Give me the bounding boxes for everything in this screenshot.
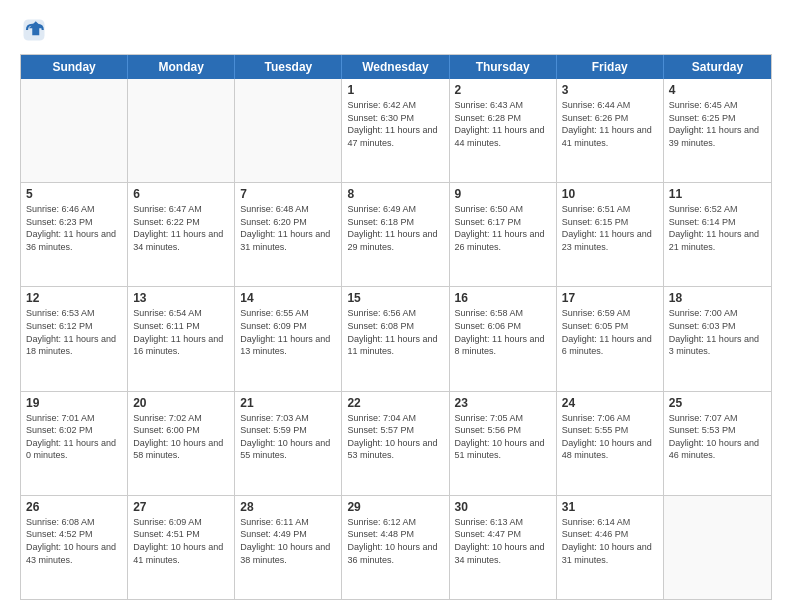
day-info: Sunrise: 6:44 AM Sunset: 6:26 PM Dayligh… (562, 99, 658, 149)
day-info: Sunrise: 6:52 AM Sunset: 6:14 PM Dayligh… (669, 203, 766, 253)
day-number: 30 (455, 500, 551, 514)
weekday-header-saturday: Saturday (664, 55, 771, 79)
calendar-body: 1Sunrise: 6:42 AM Sunset: 6:30 PM Daylig… (21, 79, 771, 599)
day-number: 7 (240, 187, 336, 201)
day-number: 19 (26, 396, 122, 410)
day-cell-8: 8Sunrise: 6:49 AM Sunset: 6:18 PM Daylig… (342, 183, 449, 286)
day-cell-7: 7Sunrise: 6:48 AM Sunset: 6:20 PM Daylig… (235, 183, 342, 286)
day-info: Sunrise: 6:08 AM Sunset: 4:52 PM Dayligh… (26, 516, 122, 566)
day-cell-30: 30Sunrise: 6:13 AM Sunset: 4:47 PM Dayli… (450, 496, 557, 599)
day-info: Sunrise: 6:43 AM Sunset: 6:28 PM Dayligh… (455, 99, 551, 149)
day-info: Sunrise: 6:51 AM Sunset: 6:15 PM Dayligh… (562, 203, 658, 253)
day-cell-29: 29Sunrise: 6:12 AM Sunset: 4:48 PM Dayli… (342, 496, 449, 599)
week-row-4: 19Sunrise: 7:01 AM Sunset: 6:02 PM Dayli… (21, 392, 771, 496)
day-cell-empty-4-6 (664, 496, 771, 599)
weekday-header-sunday: Sunday (21, 55, 128, 79)
day-cell-4: 4Sunrise: 6:45 AM Sunset: 6:25 PM Daylig… (664, 79, 771, 182)
calendar: SundayMondayTuesdayWednesdayThursdayFrid… (20, 54, 772, 600)
day-cell-24: 24Sunrise: 7:06 AM Sunset: 5:55 PM Dayli… (557, 392, 664, 495)
day-cell-2: 2Sunrise: 6:43 AM Sunset: 6:28 PM Daylig… (450, 79, 557, 182)
day-info: Sunrise: 7:05 AM Sunset: 5:56 PM Dayligh… (455, 412, 551, 462)
calendar-header: SundayMondayTuesdayWednesdayThursdayFrid… (21, 55, 771, 79)
day-number: 27 (133, 500, 229, 514)
day-number: 20 (133, 396, 229, 410)
day-info: Sunrise: 6:50 AM Sunset: 6:17 PM Dayligh… (455, 203, 551, 253)
week-row-1: 1Sunrise: 6:42 AM Sunset: 6:30 PM Daylig… (21, 79, 771, 183)
header (20, 16, 772, 44)
day-info: Sunrise: 7:06 AM Sunset: 5:55 PM Dayligh… (562, 412, 658, 462)
day-number: 5 (26, 187, 122, 201)
day-number: 23 (455, 396, 551, 410)
day-number: 16 (455, 291, 551, 305)
day-number: 24 (562, 396, 658, 410)
day-number: 9 (455, 187, 551, 201)
day-number: 3 (562, 83, 658, 97)
day-number: 4 (669, 83, 766, 97)
day-cell-20: 20Sunrise: 7:02 AM Sunset: 6:00 PM Dayli… (128, 392, 235, 495)
day-info: Sunrise: 6:12 AM Sunset: 4:48 PM Dayligh… (347, 516, 443, 566)
day-cell-21: 21Sunrise: 7:03 AM Sunset: 5:59 PM Dayli… (235, 392, 342, 495)
day-number: 11 (669, 187, 766, 201)
day-number: 31 (562, 500, 658, 514)
day-number: 8 (347, 187, 443, 201)
day-cell-19: 19Sunrise: 7:01 AM Sunset: 6:02 PM Dayli… (21, 392, 128, 495)
day-number: 28 (240, 500, 336, 514)
day-number: 1 (347, 83, 443, 97)
day-cell-16: 16Sunrise: 6:58 AM Sunset: 6:06 PM Dayli… (450, 287, 557, 390)
day-info: Sunrise: 7:03 AM Sunset: 5:59 PM Dayligh… (240, 412, 336, 462)
day-info: Sunrise: 7:02 AM Sunset: 6:00 PM Dayligh… (133, 412, 229, 462)
day-cell-9: 9Sunrise: 6:50 AM Sunset: 6:17 PM Daylig… (450, 183, 557, 286)
day-info: Sunrise: 6:46 AM Sunset: 6:23 PM Dayligh… (26, 203, 122, 253)
day-cell-5: 5Sunrise: 6:46 AM Sunset: 6:23 PM Daylig… (21, 183, 128, 286)
day-cell-3: 3Sunrise: 6:44 AM Sunset: 6:26 PM Daylig… (557, 79, 664, 182)
day-info: Sunrise: 6:55 AM Sunset: 6:09 PM Dayligh… (240, 307, 336, 357)
weekday-header-friday: Friday (557, 55, 664, 79)
logo-icon (20, 16, 48, 44)
day-number: 10 (562, 187, 658, 201)
day-info: Sunrise: 6:42 AM Sunset: 6:30 PM Dayligh… (347, 99, 443, 149)
weekday-header-wednesday: Wednesday (342, 55, 449, 79)
day-number: 6 (133, 187, 229, 201)
day-info: Sunrise: 6:59 AM Sunset: 6:05 PM Dayligh… (562, 307, 658, 357)
day-cell-22: 22Sunrise: 7:04 AM Sunset: 5:57 PM Dayli… (342, 392, 449, 495)
day-cell-6: 6Sunrise: 6:47 AM Sunset: 6:22 PM Daylig… (128, 183, 235, 286)
weekday-header-thursday: Thursday (450, 55, 557, 79)
day-info: Sunrise: 7:01 AM Sunset: 6:02 PM Dayligh… (26, 412, 122, 462)
day-info: Sunrise: 6:49 AM Sunset: 6:18 PM Dayligh… (347, 203, 443, 253)
day-info: Sunrise: 6:48 AM Sunset: 6:20 PM Dayligh… (240, 203, 336, 253)
day-cell-14: 14Sunrise: 6:55 AM Sunset: 6:09 PM Dayli… (235, 287, 342, 390)
day-cell-31: 31Sunrise: 6:14 AM Sunset: 4:46 PM Dayli… (557, 496, 664, 599)
weekday-header-tuesday: Tuesday (235, 55, 342, 79)
day-number: 26 (26, 500, 122, 514)
day-cell-12: 12Sunrise: 6:53 AM Sunset: 6:12 PM Dayli… (21, 287, 128, 390)
day-number: 14 (240, 291, 336, 305)
day-cell-empty-0-1 (128, 79, 235, 182)
day-number: 25 (669, 396, 766, 410)
day-info: Sunrise: 6:56 AM Sunset: 6:08 PM Dayligh… (347, 307, 443, 357)
week-row-2: 5Sunrise: 6:46 AM Sunset: 6:23 PM Daylig… (21, 183, 771, 287)
weekday-header-monday: Monday (128, 55, 235, 79)
day-info: Sunrise: 7:04 AM Sunset: 5:57 PM Dayligh… (347, 412, 443, 462)
day-cell-empty-0-2 (235, 79, 342, 182)
day-cell-13: 13Sunrise: 6:54 AM Sunset: 6:11 PM Dayli… (128, 287, 235, 390)
day-cell-15: 15Sunrise: 6:56 AM Sunset: 6:08 PM Dayli… (342, 287, 449, 390)
day-number: 13 (133, 291, 229, 305)
day-info: Sunrise: 6:09 AM Sunset: 4:51 PM Dayligh… (133, 516, 229, 566)
day-cell-empty-0-0 (21, 79, 128, 182)
day-number: 22 (347, 396, 443, 410)
day-cell-27: 27Sunrise: 6:09 AM Sunset: 4:51 PM Dayli… (128, 496, 235, 599)
day-info: Sunrise: 6:58 AM Sunset: 6:06 PM Dayligh… (455, 307, 551, 357)
day-cell-10: 10Sunrise: 6:51 AM Sunset: 6:15 PM Dayli… (557, 183, 664, 286)
day-number: 18 (669, 291, 766, 305)
week-row-3: 12Sunrise: 6:53 AM Sunset: 6:12 PM Dayli… (21, 287, 771, 391)
day-info: Sunrise: 7:00 AM Sunset: 6:03 PM Dayligh… (669, 307, 766, 357)
day-number: 2 (455, 83, 551, 97)
day-info: Sunrise: 6:54 AM Sunset: 6:11 PM Dayligh… (133, 307, 229, 357)
day-info: Sunrise: 6:11 AM Sunset: 4:49 PM Dayligh… (240, 516, 336, 566)
day-cell-26: 26Sunrise: 6:08 AM Sunset: 4:52 PM Dayli… (21, 496, 128, 599)
day-info: Sunrise: 6:45 AM Sunset: 6:25 PM Dayligh… (669, 99, 766, 149)
day-info: Sunrise: 6:14 AM Sunset: 4:46 PM Dayligh… (562, 516, 658, 566)
day-number: 21 (240, 396, 336, 410)
page: SundayMondayTuesdayWednesdayThursdayFrid… (0, 0, 792, 612)
day-info: Sunrise: 6:47 AM Sunset: 6:22 PM Dayligh… (133, 203, 229, 253)
